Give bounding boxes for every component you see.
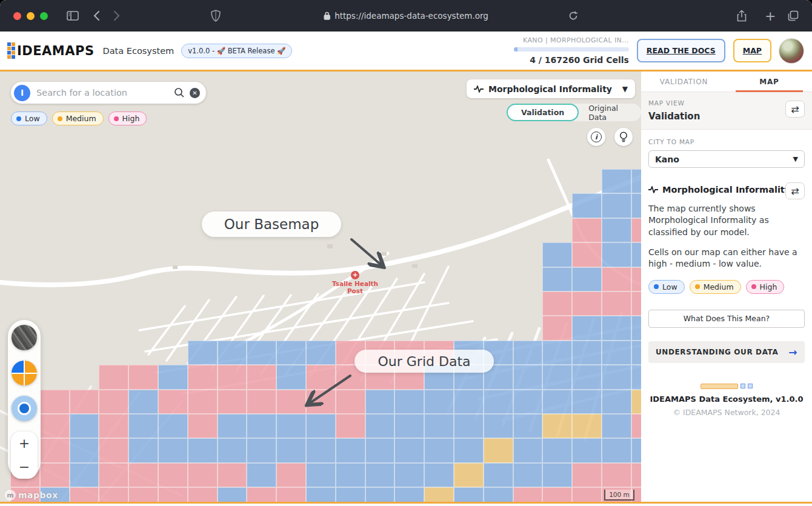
grid-cell[interactable] — [247, 365, 276, 389]
grid-cell[interactable] — [454, 414, 484, 438]
grid-cell[interactable] — [336, 438, 365, 462]
tips-button[interactable] — [614, 128, 633, 146]
grid-cell[interactable] — [218, 463, 247, 487]
grid-cell[interactable] — [602, 169, 631, 193]
grid-cell[interactable] — [99, 463, 128, 487]
grid-cell[interactable] — [188, 341, 218, 365]
grid-cell[interactable] — [631, 267, 641, 291]
zoom-out-button[interactable]: − — [11, 455, 38, 479]
grid-cell[interactable] — [602, 390, 631, 414]
grid-cell[interactable] — [336, 390, 365, 414]
grid-cell[interactable] — [484, 390, 513, 414]
back-icon[interactable] — [93, 10, 100, 21]
grid-cell[interactable] — [128, 463, 158, 487]
grid-cell[interactable] — [247, 463, 276, 487]
grid-cell[interactable] — [602, 242, 631, 267]
grid-cell[interactable] — [542, 463, 572, 487]
grid-cell[interactable] — [158, 463, 188, 487]
grid-cell[interactable] — [542, 341, 572, 365]
legend-chip-low[interactable]: Low — [648, 280, 685, 294]
toggle-validation[interactable]: Validation — [507, 104, 579, 121]
grid-cell[interactable] — [99, 365, 128, 389]
tab-validation[interactable]: VALIDATION — [641, 72, 727, 92]
grid-cell[interactable] — [306, 341, 336, 365]
info-button[interactable]: i — [587, 128, 605, 146]
grid-cell[interactable] — [365, 487, 395, 502]
grid-cell[interactable] — [602, 341, 631, 365]
grid-cell[interactable] — [631, 390, 641, 414]
grid-cell[interactable] — [631, 414, 641, 438]
grid-cell[interactable] — [365, 463, 395, 487]
grid-cell[interactable] — [454, 463, 484, 487]
grid-cell[interactable] — [188, 365, 218, 389]
grid-cell[interactable] — [70, 438, 99, 462]
grid-cell[interactable] — [276, 390, 306, 414]
grid-cell[interactable] — [424, 414, 454, 438]
grid-cell[interactable] — [306, 438, 336, 462]
grid-cell[interactable] — [276, 487, 306, 502]
grid-cell[interactable] — [188, 414, 218, 438]
grid-cell[interactable] — [513, 487, 543, 502]
grid-cell[interactable] — [306, 365, 336, 389]
grid-cell[interactable] — [513, 438, 543, 462]
satellite-layer-button[interactable] — [12, 325, 37, 350]
grid-cell[interactable] — [306, 487, 336, 502]
grid-cell[interactable] — [631, 218, 641, 242]
locate-button[interactable] — [12, 396, 37, 421]
clear-search-icon[interactable]: ✕ — [190, 88, 200, 98]
grid-cell[interactable] — [542, 365, 572, 389]
swap-layer-button[interactable]: ⇄ — [785, 182, 805, 199]
grid-cell[interactable] — [247, 341, 276, 365]
grid-cell[interactable] — [188, 487, 218, 502]
layer-selector-dropdown[interactable]: Morphological Informality ▼ — [467, 79, 635, 98]
grid-cell[interactable] — [572, 193, 602, 218]
grid-cell[interactable] — [454, 390, 484, 414]
grid-cell[interactable] — [128, 438, 158, 462]
zoom-window-button[interactable] — [40, 12, 48, 20]
grid-cell[interactable] — [424, 463, 454, 487]
zoom-in-button[interactable]: + — [11, 431, 38, 455]
close-window-button[interactable] — [13, 12, 21, 20]
grid-cell[interactable] — [631, 365, 641, 389]
grid-cell[interactable] — [572, 218, 602, 242]
grid-cell[interactable] — [572, 390, 602, 414]
grid-cell[interactable] — [218, 438, 247, 462]
grid-cell[interactable] — [424, 390, 454, 414]
grid-cell[interactable] — [70, 414, 99, 438]
grid-cell[interactable] — [572, 242, 602, 267]
sidebar-toggle-icon[interactable] — [67, 11, 79, 21]
grid-cell[interactable] — [40, 414, 70, 438]
grid-cell[interactable] — [602, 218, 631, 242]
grid-cell[interactable] — [454, 487, 484, 502]
city-dropdown[interactable]: Kano ▼ — [648, 150, 805, 168]
grid-cell[interactable] — [631, 316, 641, 340]
grid-cell[interactable] — [158, 390, 188, 414]
grid-cell[interactable] — [542, 316, 572, 340]
grid-cell[interactable] — [70, 390, 99, 414]
poi-health-post[interactable]: + Tsalle Health Post — [331, 271, 379, 295]
grid-cell[interactable] — [572, 463, 602, 487]
read-the-docs-button[interactable]: READ THE DOCS — [637, 39, 725, 62]
legend-chip-medium[interactable]: Medium — [52, 112, 104, 125]
grid-cell[interactable] — [336, 414, 365, 438]
grid-cell[interactable] — [218, 414, 247, 438]
search-icon[interactable] — [174, 87, 185, 98]
grid-cell[interactable] — [572, 291, 602, 316]
grid-cell[interactable] — [572, 267, 602, 291]
location-search[interactable]: I ✕ — [11, 82, 206, 104]
grid-cell[interactable] — [631, 341, 641, 365]
grid-cell[interactable] — [484, 487, 513, 502]
grid-cell[interactable] — [276, 463, 306, 487]
grid-cell[interactable] — [394, 463, 424, 487]
grid-cell[interactable] — [394, 487, 424, 502]
grid-cell[interactable] — [276, 438, 306, 462]
grid-cell[interactable] — [276, 365, 306, 389]
grid-cell[interactable] — [306, 463, 336, 487]
grid-cell[interactable] — [128, 487, 158, 502]
share-icon[interactable] — [737, 10, 747, 22]
search-input[interactable] — [36, 88, 174, 98]
grid-cell[interactable] — [513, 341, 543, 365]
grid-cell[interactable] — [40, 390, 70, 414]
grid-cell[interactable] — [158, 438, 188, 462]
tab-overview-icon[interactable] — [788, 10, 799, 21]
